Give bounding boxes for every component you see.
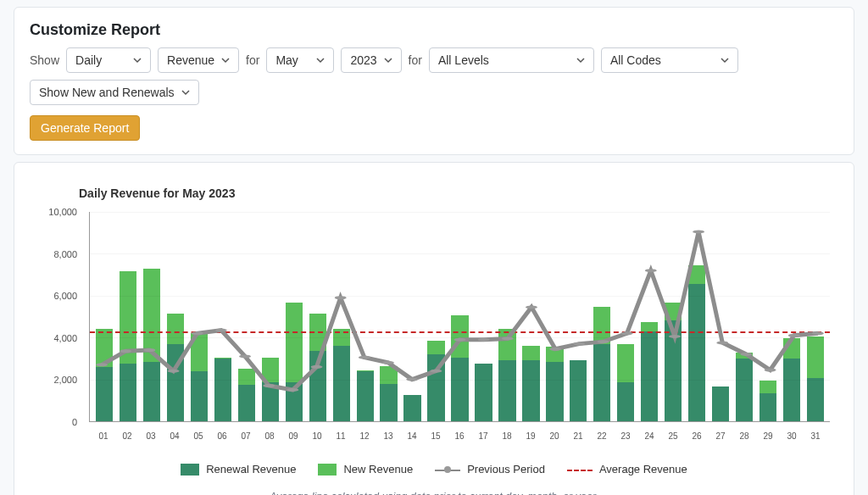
bar-slot (188, 212, 210, 421)
customize-title: Customize Report (30, 21, 838, 39)
bar-new (641, 322, 658, 331)
metric-value: Revenue (167, 53, 214, 67)
bar-slot (804, 212, 826, 421)
bar-renewal (546, 362, 563, 421)
x-label: 02 (116, 431, 138, 441)
chevron-down-icon (133, 56, 142, 64)
plot-area (89, 212, 830, 422)
y-tick: 6,000 (33, 291, 77, 301)
codes-select[interactable]: All Codes (601, 47, 738, 73)
bar-renewal (641, 331, 658, 421)
bar-renewal (427, 354, 444, 421)
swatch-previous (435, 464, 460, 476)
bar-slot (662, 212, 684, 421)
showtype-select[interactable]: Show New and Renewals (30, 80, 199, 105)
period-select[interactable]: Daily (66, 47, 151, 73)
legend-previous-label: Previous Period (467, 463, 545, 476)
bar-new (522, 346, 539, 360)
chart-title: Daily Revenue for May 2023 (79, 186, 835, 200)
bar-slot (164, 212, 186, 421)
month-value: May (275, 53, 298, 67)
period-value: Daily (75, 53, 102, 67)
x-label: 08 (259, 431, 281, 441)
bar-slot (757, 212, 779, 421)
bar-slot (591, 212, 613, 421)
bar-renewal (498, 360, 515, 421)
bar-renewal (286, 382, 303, 421)
bar-renewal (736, 359, 753, 421)
bar-renewal (688, 284, 705, 421)
chevron-down-icon (576, 56, 585, 64)
y-tick: 8,000 (33, 249, 77, 259)
bar-slot (141, 212, 163, 421)
bar-new (783, 338, 800, 358)
bars-container (90, 212, 830, 421)
bar-new (617, 344, 634, 383)
bar-new (191, 333, 208, 370)
bar-new (451, 315, 468, 357)
x-label: 28 (733, 431, 755, 441)
bar-renewal (309, 351, 326, 421)
bar-renewal (712, 387, 729, 421)
bar-renewal (593, 344, 610, 421)
bar-renewal (238, 385, 255, 421)
bar-slot (709, 212, 732, 421)
year-select[interactable]: 2023 (341, 47, 401, 73)
bar-new (665, 303, 682, 320)
bar-renewal (665, 320, 682, 421)
chevron-down-icon (721, 56, 729, 64)
chart-caption: Average line calculated using data prior… (33, 491, 835, 495)
bar-new (498, 329, 515, 360)
y-axis: 02,0004,0006,0008,00010,000 (33, 212, 84, 422)
bar-new (167, 314, 184, 344)
metric-select[interactable]: Revenue (158, 47, 239, 73)
bar-renewal (617, 382, 634, 421)
swatch-renewal (181, 464, 199, 476)
x-label: 07 (235, 431, 257, 441)
x-label: 01 (92, 431, 114, 441)
bar-slot (615, 212, 637, 421)
bar-slot (638, 212, 660, 421)
x-label: 15 (425, 431, 447, 441)
y-tick: 2,000 (33, 375, 77, 385)
x-label: 19 (520, 431, 542, 441)
bar-renewal (475, 364, 492, 421)
x-label: 09 (282, 431, 304, 441)
x-label: 31 (804, 431, 826, 441)
x-label: 23 (615, 431, 637, 441)
bar-new (96, 329, 113, 366)
legend: Renewal Revenue New Revenue Previous Per… (33, 463, 835, 476)
show-label: Show (30, 53, 59, 67)
x-label: 05 (187, 431, 209, 441)
bar-slot (733, 212, 755, 421)
bar-slot (496, 212, 518, 421)
bar-new (380, 366, 397, 384)
legend-renewal-label: Renewal Revenue (206, 463, 296, 476)
bar-new (546, 347, 563, 361)
chart-card: Daily Revenue for May 2023 02,0004,0006,… (14, 162, 854, 495)
bar-renewal (403, 395, 420, 421)
chevron-down-icon (316, 56, 325, 64)
customize-report-card: Customize Report Show Daily Revenue for … (14, 7, 854, 155)
swatch-new (318, 464, 337, 476)
chevron-down-icon (221, 56, 230, 64)
bar-slot (567, 212, 589, 421)
bar-renewal (262, 382, 279, 421)
generate-report-button[interactable]: Generate Report (30, 115, 140, 141)
legend-average: Average Revenue (567, 463, 687, 476)
levels-select[interactable]: All Levels (429, 47, 594, 73)
bar-new (238, 369, 255, 385)
bar-slot (259, 212, 281, 421)
x-label: 11 (330, 431, 352, 441)
swatch-average (567, 464, 593, 476)
bar-slot (378, 212, 400, 421)
codes-value: All Codes (610, 53, 661, 67)
legend-renewal: Renewal Revenue (181, 463, 296, 476)
bar-slot (473, 212, 495, 421)
bar-renewal (783, 359, 800, 421)
month-select[interactable]: May (266, 47, 334, 73)
bar-slot (283, 212, 305, 421)
bar-slot (426, 212, 448, 421)
showtype-value: Show New and Renewals (39, 86, 175, 99)
x-label: 17 (472, 431, 494, 441)
